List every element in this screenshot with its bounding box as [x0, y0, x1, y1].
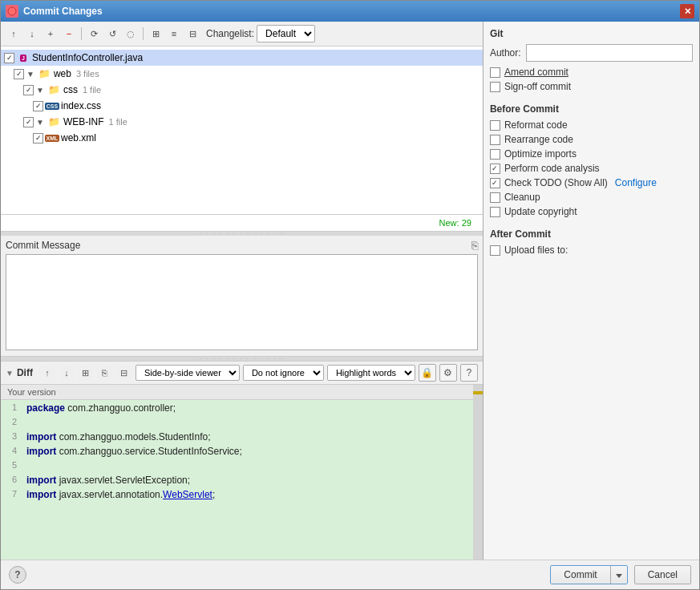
- diff-settings-button[interactable]: ≡: [166, 26, 182, 42]
- expand-button[interactable]: ⊞: [148, 26, 164, 42]
- tree-item-webinf[interactable]: ▼ 📁 WEB-INF 1 file: [20, 114, 483, 130]
- sign-off-commit-checkbox[interactable]: [490, 82, 500, 92]
- checkbox-webinf[interactable]: [23, 117, 34, 127]
- reformat-code-checkbox[interactable]: [490, 120, 500, 131]
- tree-item-student-controller[interactable]: J StudentInfoController.java: [1, 50, 483, 66]
- commit-button[interactable]: Commit: [551, 566, 609, 584]
- update-copyright-checkbox[interactable]: [490, 207, 500, 217]
- folder-name-webinf: WEB-INF: [63, 116, 104, 127]
- rearrange-code-checkbox[interactable]: [490, 135, 500, 145]
- revert-button[interactable]: ↺: [104, 26, 120, 42]
- tree-item-css[interactable]: ▼ 📁 css 1 file: [20, 82, 483, 98]
- main-content: ↑ ↓ + − ⟳ ↺ ◌ ⊞ ≡ ⊟ Changelist: Default: [1, 22, 699, 560]
- author-input[interactable]: [526, 44, 693, 62]
- reformat-code-row[interactable]: Reformat code: [490, 119, 693, 131]
- diff-next-button[interactable]: ↓: [59, 365, 75, 381]
- upload-files-row[interactable]: Upload files to:: [490, 244, 693, 256]
- perform-code-analysis-row[interactable]: Perform code analysis: [490, 163, 693, 174]
- diff-collapse-icon[interactable]: ▼: [6, 369, 14, 378]
- diff-expand-button[interactable]: ⊞: [78, 365, 94, 381]
- sign-off-commit-label: Sign-off commit: [504, 81, 571, 92]
- new-badge-row: New: 29: [1, 215, 483, 232]
- gear-button[interactable]: ⚙: [439, 364, 457, 382]
- diff-line-4: 4 import com.zhangguo.service.StudentInf…: [1, 445, 473, 459]
- sign-off-commit-row[interactable]: Sign-off commit: [490, 81, 693, 92]
- viewer-dropdown[interactable]: Side-by-side viewer: [136, 365, 240, 381]
- checkbox-css[interactable]: [23, 85, 34, 95]
- cleanup-label: Cleanup: [504, 192, 540, 203]
- upload-files-checkbox[interactable]: [490, 245, 500, 256]
- exclude-button[interactable]: ◌: [123, 26, 139, 42]
- checkbox-student-controller[interactable]: [4, 53, 14, 63]
- move-up-button[interactable]: ↑: [6, 26, 22, 42]
- before-commit-title: Before Commit: [490, 103, 693, 115]
- changelist-dropdown[interactable]: Default: [257, 25, 315, 42]
- help-button[interactable]: ?: [9, 566, 26, 584]
- checkbox-index-css[interactable]: [33, 101, 43, 111]
- add-button[interactable]: +: [42, 26, 59, 42]
- author-row: Author:: [490, 44, 693, 62]
- remove-button[interactable]: −: [61, 26, 77, 42]
- diff-line-5: 5: [1, 459, 473, 474]
- tree-item-web[interactable]: ▼ 📁 web 3 files: [10, 66, 483, 82]
- amend-commit-row[interactable]: Amend commit: [490, 67, 693, 78]
- rearrange-code-row[interactable]: Rearrange code: [490, 134, 693, 145]
- expand-web-icon: ▼: [26, 70, 34, 79]
- diff-settings-btn[interactable]: ⎘: [97, 365, 113, 381]
- perform-code-analysis-checkbox[interactable]: [490, 164, 500, 174]
- diff-prev-button[interactable]: ↑: [39, 365, 55, 381]
- window-icon: [6, 5, 18, 18]
- diff-line-2: 2: [1, 416, 473, 430]
- check-todo-checkbox[interactable]: [490, 178, 500, 188]
- commit-message-section: Commit Message ⎘: [1, 236, 483, 357]
- refresh-button[interactable]: ⟳: [86, 26, 102, 42]
- lock-button[interactable]: 🔒: [419, 364, 436, 382]
- update-copyright-row[interactable]: Update copyright: [490, 206, 693, 217]
- checkbox-web[interactable]: [14, 69, 24, 79]
- file-tree: J StudentInfoController.java ▼ 📁 web 3 f…: [1, 46, 483, 215]
- diff-section: · · · · · · · · · · · · · ▼ Diff ↑ ↓ ⊞ ⎘…: [1, 357, 483, 560]
- diff-line-1: 1 package com.zhangguo.controller;: [1, 402, 473, 416]
- cancel-button[interactable]: Cancel: [634, 565, 691, 584]
- diff-main: Your version 1 package com.zhangguo.cont…: [1, 385, 473, 560]
- commit-message-input[interactable]: [6, 254, 478, 350]
- commit-button-group: Commit: [550, 565, 627, 584]
- diff-menu-btn[interactable]: ⊟: [116, 365, 132, 381]
- amend-commit-label: Amend commit: [504, 67, 568, 78]
- commit-dropdown-arrow: [616, 574, 622, 578]
- check-todo-row[interactable]: Check TODO (Show All) Configure: [490, 177, 693, 188]
- tree-item-web-xml[interactable]: XML web.xml: [30, 130, 483, 146]
- git-panel: Git Author: Amend commit Sign-off commit…: [484, 22, 699, 560]
- tree-item-index-css[interactable]: CSS index.css: [30, 98, 483, 114]
- diff-line-7: 7 import javax.servlet.annotation.WebSer…: [1, 488, 473, 503]
- svg-point-0: [8, 7, 16, 15]
- new-files-badge: New: 29: [435, 216, 476, 229]
- commit-dropdown-button[interactable]: [610, 566, 627, 584]
- changelist-label: Changelist:: [206, 28, 254, 39]
- configure-link[interactable]: Configure: [615, 177, 657, 188]
- title-bar: Commit Changes ✕: [1, 1, 699, 22]
- help-inline-button[interactable]: ?: [460, 364, 478, 382]
- close-button[interactable]: ✕: [680, 4, 694, 18]
- optimize-imports-checkbox[interactable]: [490, 149, 500, 160]
- ignore-dropdown[interactable]: Do not ignore: [243, 365, 324, 381]
- file-name-student-controller: StudentInfoController.java: [32, 52, 143, 63]
- checkbox-web-xml[interactable]: [33, 133, 43, 143]
- commit-message-header: Commit Message ⎘: [6, 239, 478, 252]
- copy-icon[interactable]: ⎘: [471, 239, 478, 252]
- line-content-7: import javax.servlet.annotation.WebServl…: [23, 488, 473, 501]
- group-button[interactable]: ⊟: [184, 26, 200, 42]
- move-down-button[interactable]: ↓: [24, 26, 40, 42]
- diff-title: Diff: [17, 367, 33, 378]
- line-num-7: 7: [1, 488, 23, 499]
- highlight-dropdown[interactable]: Highlight words: [327, 365, 415, 381]
- optimize-imports-row[interactable]: Optimize imports: [490, 148, 693, 160]
- line-num-5: 5: [1, 459, 23, 470]
- folder-icon-css: 📁: [48, 83, 61, 96]
- line-num-4: 4: [1, 445, 23, 455]
- cleanup-row[interactable]: Cleanup: [490, 192, 693, 203]
- diff-header: ▼ Diff ↑ ↓ ⊞ ⎘ ⊟ Side-by-side viewer Do …: [1, 361, 483, 385]
- amend-commit-checkbox[interactable]: [490, 67, 500, 78]
- cleanup-checkbox[interactable]: [490, 192, 500, 203]
- update-copyright-label: Update copyright: [504, 206, 577, 217]
